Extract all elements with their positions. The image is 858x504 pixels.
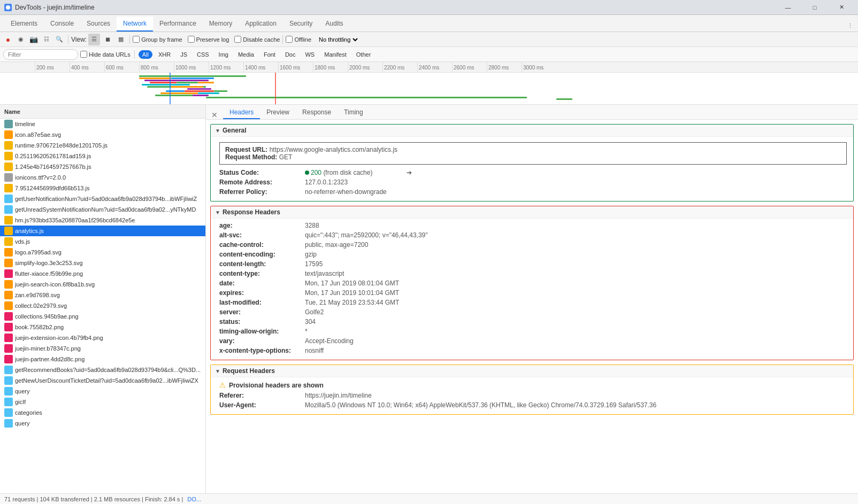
detail-tab-timing[interactable]: Timing bbox=[338, 106, 370, 119]
filter-tag-other[interactable]: Other bbox=[353, 50, 375, 59]
network-toolbar: ● ◉ 📷 ☷ 🔍 View: ☰ ◼ ▩ Group by frame Pre… bbox=[0, 32, 858, 47]
offline-checkbox[interactable] bbox=[286, 36, 293, 43]
tab-security[interactable]: Security bbox=[283, 17, 319, 32]
search-button[interactable]: 🔍 bbox=[53, 34, 65, 45]
file-item[interactable]: query bbox=[0, 418, 205, 429]
file-item[interactable]: zan.e9d7698.svg bbox=[0, 290, 205, 300]
minimize-button[interactable]: — bbox=[776, 0, 800, 15]
record-button[interactable]: ● bbox=[2, 34, 14, 45]
status-bar-link[interactable]: DO... bbox=[187, 496, 201, 502]
file-item[interactable]: juejin-search-icon.6f8ba1b.svg bbox=[0, 279, 205, 290]
request-method-value: GET bbox=[279, 153, 293, 161]
stop-button[interactable]: ◉ bbox=[15, 34, 27, 45]
filter-tag-img[interactable]: Img bbox=[215, 50, 232, 59]
filter-tag-js[interactable]: JS bbox=[177, 50, 191, 59]
file-item[interactable]: icon.a87e5ae.svg bbox=[0, 129, 205, 140]
user-agent-value: Mozilla/5.0 (Windows NT 10.0; Win64; x64… bbox=[305, 401, 847, 409]
disable-cache-label[interactable]: Disable cache bbox=[234, 36, 280, 43]
remote-address-label: Remote Address: bbox=[219, 179, 305, 186]
general-section-body: Request URL: https://www.google-analytic… bbox=[211, 137, 853, 201]
svg-rect-11 bbox=[187, 88, 211, 90]
file-item[interactable]: getNewUserDiscountTicketDetail?uid=5ad0d… bbox=[0, 375, 205, 386]
tab-console[interactable]: Console bbox=[44, 17, 80, 32]
file-item[interactable]: book.75582b2.png bbox=[0, 322, 205, 332]
general-section-header[interactable]: ▼ General bbox=[211, 125, 853, 137]
view-large-button[interactable]: ◼ bbox=[102, 34, 113, 45]
close-button[interactable]: ✕ bbox=[829, 0, 854, 15]
tab-network[interactable]: Network bbox=[117, 17, 153, 32]
detail-close-button[interactable]: ✕ bbox=[210, 111, 219, 119]
file-item[interactable]: juejin-extension-icon.4b79fb4.png bbox=[0, 332, 205, 343]
status-code-label: Status Code: bbox=[219, 169, 305, 176]
preserve-log-checkbox[interactable] bbox=[188, 36, 195, 43]
file-item[interactable]: query bbox=[0, 386, 205, 397]
file-item-name: logo.a7995ad.svg bbox=[15, 249, 201, 255]
tab-sources[interactable]: Sources bbox=[80, 17, 117, 32]
filter-tag-media[interactable]: Media bbox=[234, 50, 258, 59]
filter-tag-xhr[interactable]: XHR bbox=[155, 50, 174, 59]
file-item-icon bbox=[4, 323, 13, 331]
view-list-button[interactable]: ☰ bbox=[88, 34, 100, 45]
file-item[interactable]: flutter-xiaoce.f59b99e.png bbox=[0, 268, 205, 279]
filter-tag-font[interactable]: Font bbox=[260, 50, 279, 59]
file-item[interactable]: logo.a7995ad.svg bbox=[0, 247, 205, 258]
tab-elements[interactable]: Elements bbox=[4, 17, 44, 32]
svg-rect-17 bbox=[155, 95, 198, 96]
tab-memory[interactable]: Memory bbox=[203, 17, 239, 32]
offline-label[interactable]: Offline bbox=[286, 36, 311, 43]
view-filmstrip-button[interactable]: ▩ bbox=[115, 34, 127, 45]
group-by-frame-checkbox[interactable] bbox=[133, 36, 140, 43]
detail-tab-preview[interactable]: Preview bbox=[260, 106, 296, 119]
file-item[interactable]: timeline bbox=[0, 119, 205, 129]
file-item[interactable]: runtime.9706721e848de1201705.js bbox=[0, 140, 205, 151]
filter-tag-doc[interactable]: Doc bbox=[281, 50, 300, 59]
file-item-name: timeline bbox=[15, 121, 201, 127]
filter-input[interactable] bbox=[3, 49, 78, 60]
tab-application[interactable]: Application bbox=[239, 17, 283, 32]
filter-tag-all[interactable]: All bbox=[139, 50, 152, 59]
response-header-key: last-modified: bbox=[219, 299, 305, 306]
response-header-key: vary: bbox=[219, 337, 305, 345]
restore-button[interactable]: □ bbox=[802, 0, 827, 15]
tab-performance[interactable]: Performance bbox=[153, 17, 203, 32]
file-item[interactable]: juejin-miner.b78347c.png bbox=[0, 343, 205, 354]
detail-tab-response[interactable]: Response bbox=[296, 106, 338, 119]
svg-rect-4 bbox=[144, 80, 209, 81]
filter-tag-manifest[interactable]: Manifest bbox=[320, 50, 350, 59]
throttling-select[interactable]: No throttling Fast 3G Slow 3G bbox=[317, 36, 359, 43]
file-item[interactable]: gicIf bbox=[0, 397, 205, 407]
detail-tab-headers[interactable]: Headers bbox=[223, 106, 260, 119]
file-item[interactable]: ionicons.ttf?v=2.0.0 bbox=[0, 172, 205, 183]
filter-tag-css[interactable]: CSS bbox=[193, 50, 213, 59]
group-by-frame-label[interactable]: Group by frame bbox=[133, 36, 182, 43]
file-item[interactable]: collections.945b9ae.png bbox=[0, 311, 205, 322]
request-headers-header[interactable]: ▼ Request Headers bbox=[211, 365, 853, 377]
tab-audits[interactable]: Audits bbox=[319, 17, 349, 32]
filter-button[interactable]: ☷ bbox=[41, 34, 52, 45]
file-item[interactable]: simplify-logo.3e3c253.svg bbox=[0, 258, 205, 268]
file-item-name: hm.js?93bbd335a208870aa1f296bcd6842e5e bbox=[15, 217, 201, 223]
file-item[interactable]: juejin-partner.4dd2d8c.png bbox=[0, 354, 205, 365]
file-item[interactable]: getUnreadSystemNotificationNum?uid=5ad0d… bbox=[0, 204, 205, 215]
file-item-icon bbox=[4, 141, 13, 150]
file-item[interactable]: collect.02e2979.svg bbox=[0, 300, 205, 311]
file-item[interactable]: 7.95124456999dfd66b513.js bbox=[0, 183, 205, 193]
file-item[interactable]: getRecommendBooks?uid=5ad0dcaa6fb9a028d9… bbox=[0, 365, 205, 375]
file-item[interactable]: getUserNotificationNum?uid=5ad0dcaa6fb9a… bbox=[0, 193, 205, 204]
file-item[interactable]: hm.js?93bbd335a208870aa1f296bcd6842e5e bbox=[0, 215, 205, 226]
preserve-log-label[interactable]: Preserve log bbox=[188, 36, 229, 43]
file-item[interactable]: categories bbox=[0, 407, 205, 418]
file-item[interactable]: vds.js bbox=[0, 236, 205, 247]
hide-data-urls-label[interactable]: Hide data URLs bbox=[80, 51, 131, 58]
camera-button[interactable]: 📷 bbox=[28, 34, 40, 45]
file-item[interactable]: analytics.js bbox=[0, 226, 205, 236]
response-header-row: expires: Mon, 17 Jun 2019 10:01:04 GMT bbox=[219, 288, 847, 298]
filter-tag-ws[interactable]: WS bbox=[301, 50, 318, 59]
disable-cache-checkbox[interactable] bbox=[234, 36, 241, 43]
file-item[interactable]: 1.245e4b7164597257667b.js bbox=[0, 161, 205, 172]
response-headers-header[interactable]: ▼ Response Headers bbox=[211, 206, 853, 219]
response-headers-wrapper: ▼ Response Headers age: 3288alt-svc: qui… bbox=[210, 206, 854, 360]
file-item[interactable]: 0.251196205261781ad159.js bbox=[0, 151, 205, 161]
more-options-button[interactable]: ⋮ bbox=[844, 20, 856, 32]
hide-data-urls-checkbox[interactable] bbox=[80, 51, 87, 58]
